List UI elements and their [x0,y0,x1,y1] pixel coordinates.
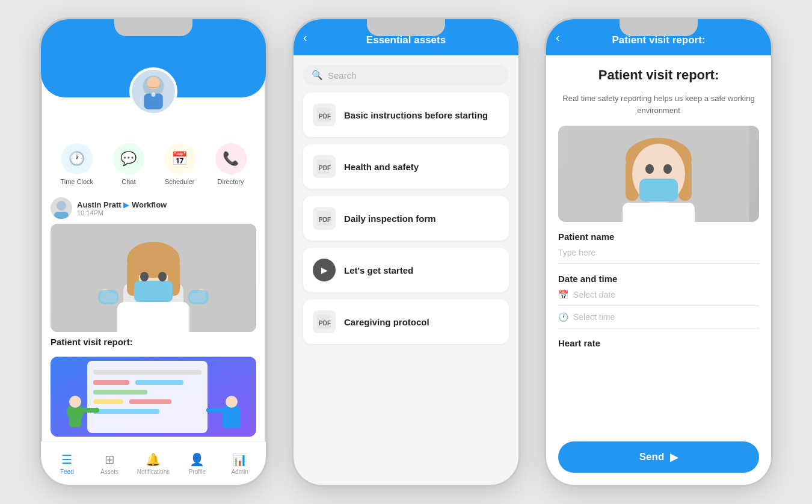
assets-nav-label: Assets [100,469,118,475]
phone2-body: 🔍 Search PDF Basic instructions before s… [294,55,518,485]
svg-rect-6 [54,212,69,219]
heart-rate-section: Heart rate [558,338,759,348]
svg-rect-26 [93,380,129,385]
svg-point-14 [140,272,149,281]
quick-action-timeclock[interactable]: 🕐 Time Clock [60,143,93,185]
svg-point-15 [158,272,167,281]
svg-rect-56 [623,203,695,222]
asset-label-4: Caregiving protocol [344,317,429,327]
assets-nav-icon: ⊞ [105,452,115,467]
svg-rect-29 [93,399,123,404]
profile-nav-label: Profile [189,469,206,475]
quick-action-scheduler[interactable]: 📅 Scheduler [164,143,195,185]
heart-rate-label: Heart rate [558,338,759,348]
phone-2: ‹ Essential assets 🔍 Search PDF Basic in… [292,17,520,487]
notch-1 [114,19,192,36]
phone2-back-button[interactable]: ‹ [303,31,307,45]
asset-label-3: Let's get started [344,265,413,275]
svg-rect-39 [206,408,226,413]
timeclock-label: Time Clock [60,178,93,185]
notch-3 [620,19,698,36]
chat-label: Chat [121,178,135,185]
report-patient-image [558,126,759,222]
svg-point-37 [226,396,238,408]
feed-caption: Patient visit report: [51,337,256,347]
svg-point-54 [663,164,672,174]
quick-action-directory[interactable]: 📞 Directory [215,143,247,185]
asset-item-3[interactable]: ▶ Let's get started [303,248,509,292]
bottom-nav: ☰ Feed ⊞ Assets 🔔 Notifications 👤 Profil… [41,441,266,485]
svg-rect-30 [129,399,171,404]
send-icon: ▶ [670,451,678,464]
svg-rect-34 [69,409,81,427]
nav-feed[interactable]: ☰ Feed [52,452,82,475]
nav-notifications[interactable]: 🔔 Notifications [137,452,170,475]
send-button[interactable]: Send ▶ [558,441,759,473]
pdf-icon-0: PDF [313,103,336,126]
report-subtitle: Real time safety reporting helps us keep… [558,93,759,116]
notifications-nav-icon: 🔔 [146,452,161,467]
notch-2 [367,19,445,36]
admin-nav-label: Admin [231,469,248,475]
patient-name-label: Patient name [558,232,759,242]
nav-assets[interactable]: ⊞ Assets [94,452,125,475]
svg-rect-28 [93,390,147,395]
nav-admin[interactable]: 📊 Admin [225,452,255,475]
svg-point-33 [69,396,81,408]
svg-rect-16 [117,302,189,332]
asset-label-1: Health and safety [344,162,419,172]
feed-user-avatar [51,197,72,219]
timeclock-icon: 🕐 [61,143,93,174]
asset-item-0[interactable]: PDF Basic instructions before starting [303,93,509,137]
scheduler-icon: 📅 [164,143,195,174]
phone3-back-button[interactable]: ‹ [556,31,560,45]
feed-nav-label: Feed [60,469,74,475]
scheduler-label: Scheduler [165,178,195,185]
svg-text:PDF: PDF [319,165,331,171]
svg-point-3 [149,79,158,87]
admin-nav-icon: 📊 [232,452,247,467]
asset-item-2[interactable]: PDF Daily inspection form [303,196,509,241]
asset-item-1[interactable]: PDF Health and safety [303,144,509,189]
search-bar[interactable]: 🔍 Search [303,65,509,85]
svg-point-53 [645,164,654,174]
quick-actions: 🕐 Time Clock 💬 Chat 📅 Scheduler 📞 Direct… [51,143,256,185]
feed-image [51,224,256,332]
nav-profile[interactable]: 👤 Profile [182,452,212,475]
directory-label: Directory [218,178,244,185]
feed-user-info: Austin Pratt ▶ Workflow 10:14PM [77,200,256,217]
asset-label-0: Basic instructions before starting [344,110,488,120]
chat-icon: 💬 [113,143,144,174]
datetime-label: Date and time [558,274,759,284]
phone3-header-title: Patient visit report: [612,34,706,46]
quick-action-chat[interactable]: 💬 Chat [113,143,144,185]
patient-name-section: Patient name Type here [558,232,759,264]
phone1-body: 🕐 Time Clock 💬 Chat 📅 Scheduler 📞 Direct… [41,97,266,485]
feed-user-time: 10:14PM [77,209,256,217]
phone3-body: Patient visit report: Real time safety r… [546,55,771,485]
directory-icon: 📞 [215,143,247,174]
patient-name-input[interactable]: Type here [558,242,759,264]
asset-item-4[interactable]: PDF Caregiving protocol [303,300,509,344]
date-select[interactable]: 📅 Select date [558,284,759,306]
svg-text:PDF: PDF [319,217,331,223]
phone2-title: Essential assets [366,34,446,46]
time-select[interactable]: 🕐 Select time [558,306,759,328]
svg-rect-13 [134,281,173,302]
svg-rect-27 [135,380,183,385]
play-icon-3: ▶ [313,259,336,281]
svg-rect-35 [81,408,99,413]
svg-point-4 [152,93,156,97]
pdf-icon-4: PDF [313,310,336,333]
svg-point-5 [57,201,66,211]
pdf-icon-1: PDF [313,155,336,178]
report-title: Patient visit report: [558,67,759,83]
feed-user-name: Austin Pratt ▶ Workflow [77,200,256,209]
feed-nav-icon: ☰ [61,452,72,467]
search-placeholder: Search [328,70,357,81]
datetime-section: Date and time 📅 Select date 🕐 Select tim… [558,274,759,328]
svg-rect-22 [188,290,209,304]
send-button-label: Send [639,451,665,463]
phone-3: ‹ Patient visit report: Patient visit re… [544,17,773,487]
pdf-icon-2: PDF [313,207,336,230]
